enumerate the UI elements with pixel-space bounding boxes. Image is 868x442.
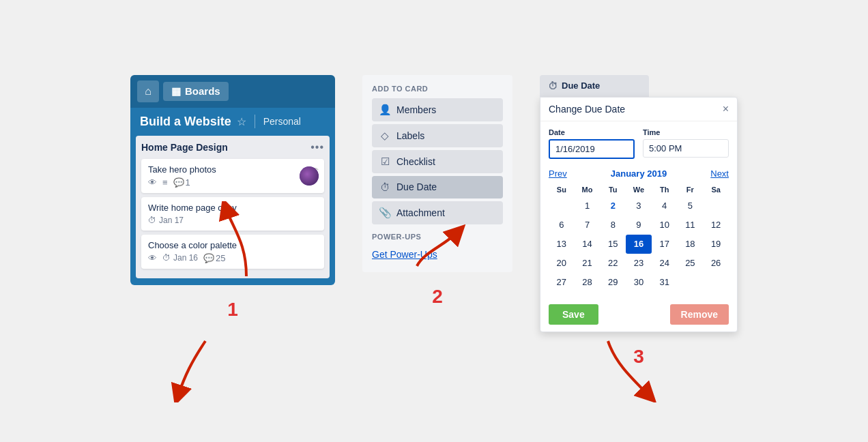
card-2-meta: ⏱ Jan 17 bbox=[148, 216, 317, 225]
next-month-button[interactable]: Next bbox=[710, 168, 729, 179]
cal-day-9[interactable]: 9 bbox=[626, 216, 652, 235]
list-menu-button[interactable]: ••• bbox=[310, 141, 324, 153]
cal-day-19[interactable]: 19 bbox=[703, 235, 729, 254]
cal-day-12[interactable]: 12 bbox=[703, 216, 729, 235]
card-1[interactable]: ✏ Take hero photos 👁 ≡ 💬 1 bbox=[141, 159, 324, 193]
comment-icon-2: 💬 25 bbox=[203, 253, 225, 263]
cal-day-29[interactable]: 29 bbox=[600, 273, 626, 292]
labels-item[interactable]: ◇ Labels bbox=[372, 124, 503, 147]
datepicker-inputs: Date Time bbox=[540, 121, 737, 166]
cal-empty bbox=[678, 273, 704, 292]
home-button[interactable]: ⌂ bbox=[137, 80, 159, 102]
section3-number: 3 bbox=[633, 346, 644, 368]
cal-day-27[interactable]: 27 bbox=[549, 273, 575, 292]
section1-panel: ⌂ ▦ Boards Build a Website ☆ Personal bbox=[130, 75, 335, 285]
calendar-body: 1234567891011121314151617181920212223242… bbox=[549, 196, 729, 292]
cal-day-31[interactable]: 31 bbox=[652, 273, 678, 292]
card-avatar bbox=[300, 166, 319, 186]
section2-number: 2 bbox=[432, 286, 443, 308]
cal-day-20[interactable]: 20 bbox=[549, 254, 575, 273]
attachment-item[interactable]: 📎 Attachment bbox=[372, 201, 503, 224]
attachment-icon: 📎 bbox=[379, 207, 391, 219]
members-icon: 👤 bbox=[379, 104, 391, 116]
cal-day-23[interactable]: 23 bbox=[626, 254, 652, 273]
cal-day-4[interactable]: 4 bbox=[652, 196, 678, 216]
board-header: Build a Website ☆ Personal bbox=[130, 108, 335, 136]
due-date-tab-label: Due Date bbox=[562, 80, 600, 91]
calendar-week-0: 12345 bbox=[549, 196, 729, 216]
cal-day-1[interactable]: 1 bbox=[575, 196, 601, 216]
cal-day-3[interactable]: 3 bbox=[626, 196, 652, 216]
checklist-label: Checklist bbox=[396, 156, 435, 167]
remove-button[interactable]: Remove bbox=[670, 304, 729, 325]
cal-day-14[interactable]: 14 bbox=[575, 235, 601, 254]
board-workspace: Personal bbox=[263, 116, 301, 127]
board-star-button[interactable]: ☆ bbox=[237, 115, 246, 128]
cal-day-26[interactable]: 26 bbox=[703, 254, 729, 273]
attachment-label: Attachment bbox=[396, 207, 445, 218]
cal-day-13[interactable]: 13 bbox=[549, 235, 575, 254]
arrow2-svg bbox=[164, 334, 219, 402]
cal-day-28[interactable]: 28 bbox=[575, 273, 601, 292]
list-title: Home Page Design bbox=[141, 142, 228, 153]
calendar-week-3: 20212223242526 bbox=[549, 254, 729, 273]
cal-day-25[interactable]: 25 bbox=[678, 254, 704, 273]
due-date-tab[interactable]: ⏱ Due Date bbox=[540, 75, 649, 97]
due-date-item[interactable]: ⏱ Due Date bbox=[372, 176, 503, 198]
watch-icon: 👁 bbox=[148, 177, 157, 188]
clock-icon: ⏱ bbox=[148, 216, 156, 225]
cal-day-10[interactable]: 10 bbox=[652, 216, 678, 235]
cal-day-16[interactable]: 16 bbox=[626, 235, 652, 254]
power-ups-title: POWER-UPS bbox=[372, 233, 503, 241]
members-label: Members bbox=[396, 104, 436, 115]
dialog-title: Change Due Date bbox=[549, 104, 625, 115]
cal-day-5[interactable]: 5 bbox=[678, 196, 704, 216]
avatar-image bbox=[300, 166, 319, 186]
card-1-meta: 👁 ≡ 💬 1 bbox=[148, 177, 317, 188]
checklist-item[interactable]: ☑ Checklist bbox=[372, 150, 503, 173]
get-power-ups-link[interactable]: Get Power-Ups bbox=[372, 246, 503, 263]
cal-day-7[interactable]: 7 bbox=[575, 216, 601, 235]
cal-day-15[interactable]: 15 bbox=[600, 235, 626, 254]
col-mo: Mo bbox=[575, 183, 601, 196]
card-2-title: Write home page copy bbox=[148, 203, 317, 213]
due-date-label: Due Date bbox=[396, 181, 437, 192]
save-button[interactable]: Save bbox=[549, 304, 598, 325]
card-3[interactable]: Choose a color palette 👁 ⏱ Jan 16 💬 25 bbox=[141, 235, 324, 269]
prev-month-button[interactable]: Prev bbox=[549, 168, 567, 179]
cal-day-17[interactable]: 17 bbox=[652, 235, 678, 254]
cal-empty bbox=[549, 196, 575, 216]
cal-day-2[interactable]: 2 bbox=[600, 196, 626, 216]
list-container: Home Page Design ••• ✏ Take hero photos … bbox=[136, 136, 330, 278]
watch-icon-2: 👁 bbox=[148, 253, 157, 263]
cal-day-11[interactable]: 11 bbox=[678, 216, 704, 235]
cal-day-21[interactable]: 21 bbox=[575, 254, 601, 273]
cal-day-22[interactable]: 22 bbox=[600, 254, 626, 273]
close-button[interactable]: × bbox=[723, 103, 729, 115]
calendar-month-year: January 2019 bbox=[611, 168, 667, 179]
date-input[interactable] bbox=[549, 139, 635, 159]
cal-day-8[interactable]: 8 bbox=[600, 216, 626, 235]
date-label: Date bbox=[549, 128, 635, 136]
cal-day-18[interactable]: 18 bbox=[678, 235, 704, 254]
members-item[interactable]: 👤 Members bbox=[372, 98, 503, 121]
card-2[interactable]: Write home page copy ⏱ Jan 17 bbox=[141, 197, 324, 231]
home-icon: ⌂ bbox=[145, 85, 151, 98]
datepicker-header: Change Due Date × bbox=[540, 98, 737, 121]
cal-day-6[interactable]: 6 bbox=[549, 216, 575, 235]
due-date-tab-icon: ⏱ bbox=[548, 80, 558, 91]
calendar-grid: Su Mo Tu We Th Fr Sa 1234567891 bbox=[549, 183, 729, 292]
section2-panel: ADD TO CARD 👤 Members ◇ Labels ☑ Checkli… bbox=[362, 75, 512, 272]
cal-day-24[interactable]: 24 bbox=[652, 254, 678, 273]
labels-icon: ◇ bbox=[379, 130, 391, 142]
time-input[interactable] bbox=[643, 139, 729, 158]
list-header: Home Page Design ••• bbox=[141, 141, 324, 153]
calendar-header-row: Su Mo Tu We Th Fr Sa bbox=[549, 183, 729, 196]
date-field: Date bbox=[549, 128, 635, 159]
card-3-title: Choose a color palette bbox=[148, 240, 317, 250]
board-title: Build a Website bbox=[140, 115, 231, 129]
time-label: Time bbox=[643, 128, 729, 136]
datepicker-actions: Save Remove bbox=[540, 299, 737, 332]
cal-day-30[interactable]: 30 bbox=[626, 273, 652, 292]
boards-button[interactable]: ▦ Boards bbox=[163, 82, 229, 101]
